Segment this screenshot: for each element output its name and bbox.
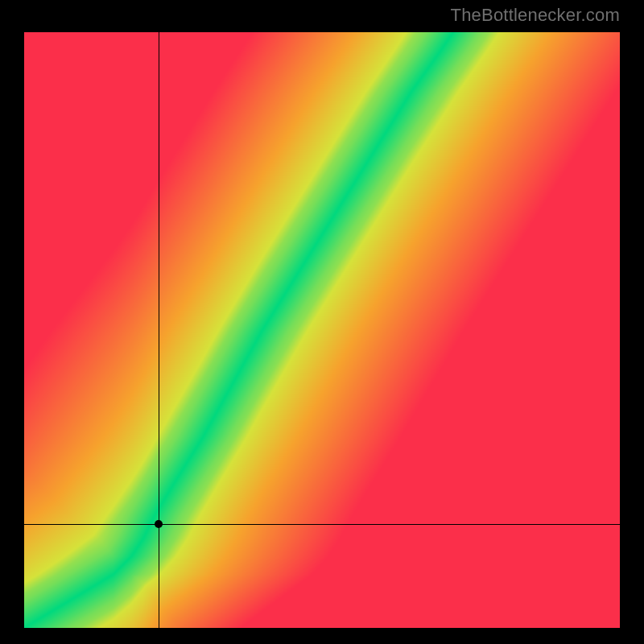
plot-area [24, 32, 620, 628]
crosshair-vertical [159, 32, 159, 628]
selected-point-marker [155, 520, 163, 528]
heatmap-canvas [24, 32, 620, 628]
attribution-text: TheBottlenecker.com [451, 5, 620, 26]
chart-frame: TheBottlenecker.com [0, 0, 644, 644]
crosshair-horizontal [24, 524, 620, 525]
